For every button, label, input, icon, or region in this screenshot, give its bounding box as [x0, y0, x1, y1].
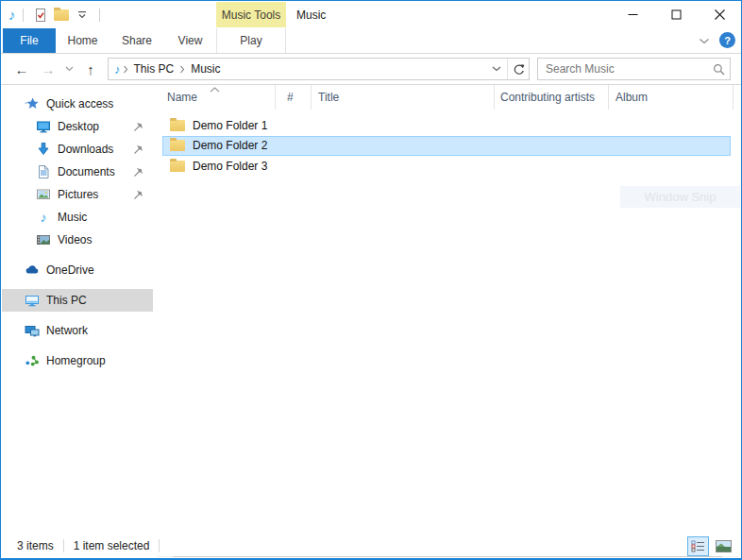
- sidebar-item-this-pc[interactable]: This PC: [2, 289, 153, 312]
- new-folder-button[interactable]: [51, 4, 72, 26]
- customize-quick-access-button[interactable]: [72, 4, 93, 26]
- details-view-button[interactable]: [687, 536, 709, 556]
- refresh-button[interactable]: [508, 59, 529, 79]
- status-bar: 3 items 1 item selected: [2, 535, 740, 556]
- tab-home[interactable]: Home: [56, 28, 110, 53]
- up-button[interactable]: ↑: [81, 58, 100, 80]
- window-title: Music: [296, 8, 326, 22]
- file-name: Demo Folder 2: [193, 139, 267, 152]
- tab-share[interactable]: Share: [110, 28, 164, 53]
- sidebar-item-network[interactable]: Network: [2, 319, 153, 342]
- sidebar-item-label: Desktop: [58, 120, 99, 133]
- sidebar-item-label: Network: [46, 324, 88, 337]
- pin-icon: [133, 122, 143, 132]
- search-icon: [707, 63, 730, 76]
- address-bar[interactable]: ♪ This PC Music: [108, 58, 530, 80]
- sidebar-item-videos[interactable]: Videos: [2, 229, 153, 251]
- sidebar-item-label: OneDrive: [46, 263, 94, 277]
- thumbnails-view-button[interactable]: [713, 536, 734, 556]
- sidebar-item-label: Homegroup: [46, 354, 106, 367]
- close-button[interactable]: [698, 1, 741, 28]
- file-name: Demo Folder 3: [193, 160, 267, 173]
- chevron-down-icon: [492, 66, 501, 72]
- homegroup-icon: [25, 353, 40, 368]
- sidebar-item-homegroup[interactable]: Homegroup: [2, 349, 153, 372]
- sidebar-item-pictures[interactable]: Pictures: [2, 183, 153, 206]
- caption-buttons: [611, 1, 741, 28]
- sidebar-item-desktop[interactable]: Desktop: [2, 115, 153, 138]
- file-row[interactable]: Demo Folder 3: [162, 156, 731, 177]
- sidebar-item-onedrive[interactable]: OneDrive: [2, 259, 153, 281]
- title-bar[interactable]: ♪ Music Tools Music: [1, 1, 741, 28]
- maximize-button[interactable]: [654, 1, 698, 28]
- documents-icon: [36, 164, 51, 179]
- address-dropdown-button[interactable]: [486, 59, 507, 79]
- column-header-number[interactable]: #: [276, 85, 312, 110]
- location-music-icon: ♪: [114, 62, 121, 76]
- pin-icon: [133, 190, 143, 200]
- contextual-tab-group: Music Tools: [216, 2, 286, 27]
- back-button[interactable]: ←: [12, 58, 31, 80]
- column-header-album[interactable]: Album: [609, 85, 734, 110]
- close-icon: [715, 9, 725, 20]
- sidebar-item-label: Pictures: [58, 188, 98, 201]
- recent-locations-button[interactable]: [62, 58, 76, 80]
- sidebar-item-label: Music: [58, 211, 87, 224]
- column-header-name[interactable]: Name: [153, 85, 276, 110]
- column-header-title[interactable]: Title: [312, 85, 495, 110]
- sidebar-item-quick-access[interactable]: Quick access: [2, 93, 153, 115]
- app-music-note-icon: ♪: [8, 8, 16, 22]
- sidebar-item-label: This PC: [46, 294, 87, 307]
- sidebar-item-downloads[interactable]: Downloads: [2, 138, 153, 161]
- explorer-window: ♪ Music Tools Music: [0, 0, 742, 560]
- downloads-icon: [36, 142, 51, 157]
- search-input[interactable]: [538, 62, 707, 76]
- pin-icon: [133, 167, 143, 178]
- chevron-down-icon: [699, 38, 710, 44]
- onedrive-cloud-icon: [25, 263, 40, 278]
- breadcrumb-music[interactable]: Music: [185, 59, 226, 79]
- file-row-selected[interactable]: Demo Folder 2: [162, 136, 731, 157]
- forward-button[interactable]: →: [39, 58, 58, 80]
- back-icon: ←: [15, 62, 29, 76]
- collapse-ribbon-button[interactable]: [699, 34, 710, 47]
- divider: [159, 539, 160, 552]
- tab-view[interactable]: View: [164, 28, 216, 53]
- sidebar-item-label: Videos: [58, 233, 92, 246]
- forward-icon: →: [42, 62, 56, 76]
- sidebar-item-documents[interactable]: Documents: [2, 161, 153, 183]
- videos-icon: [36, 232, 51, 247]
- thumbnails-view-icon: [716, 540, 732, 552]
- tab-file[interactable]: File: [3, 28, 56, 53]
- tab-play[interactable]: Play: [216, 28, 286, 53]
- sidebar-item-music[interactable]: ♪ Music: [2, 206, 153, 229]
- customize-chevron-icon: [77, 10, 87, 19]
- column-header-contributing-artists[interactable]: Contributing artists: [495, 85, 609, 110]
- properties-icon: [33, 8, 48, 23]
- main-area: Quick access Desktop: [2, 85, 740, 535]
- divider: [63, 539, 64, 552]
- this-pc-monitor-icon: [25, 293, 40, 308]
- maximize-icon: [671, 9, 682, 20]
- desktop-icon: [36, 119, 51, 134]
- navigation-toolbar: ← → ↑ ♪ This PC Music: [1, 54, 741, 85]
- file-rows: Demo Folder 1 Demo Folder 2 Demo Folder …: [153, 115, 740, 177]
- network-monitors-icon: [25, 323, 40, 338]
- ribbon-tab-row: File Home Share View Play: [1, 28, 741, 54]
- sidebar-item-label: Quick access: [46, 97, 113, 110]
- help-button[interactable]: ?: [719, 32, 735, 48]
- quick-access-star-icon: [25, 96, 40, 111]
- chevron-down-icon: [65, 66, 74, 72]
- minimize-button[interactable]: [611, 1, 654, 28]
- properties-button[interactable]: [30, 4, 51, 26]
- items-count: 3 items: [17, 539, 54, 552]
- file-row[interactable]: Demo Folder 1: [162, 115, 731, 136]
- window-snip-overlay: Window Snip: [620, 186, 740, 208]
- refresh-icon: [513, 63, 525, 76]
- divider: [23, 8, 24, 22]
- file-name: Demo Folder 1: [193, 119, 267, 132]
- folder-icon: [170, 140, 185, 151]
- breadcrumb-this-pc[interactable]: This PC: [128, 59, 180, 79]
- search-box: [537, 58, 731, 80]
- file-list-pane: Name # Title Contributing artists Album …: [153, 85, 740, 535]
